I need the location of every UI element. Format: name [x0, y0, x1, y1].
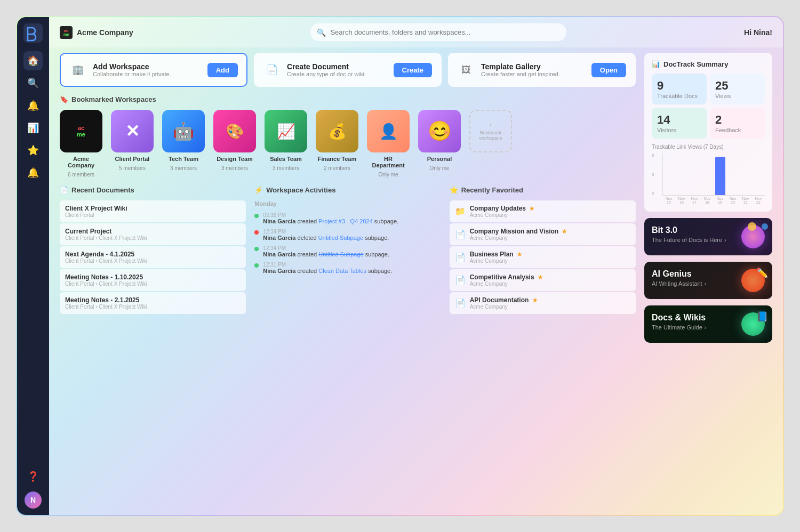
create-document-card[interactable]: 📄 Create Document Create any type of doc… — [254, 53, 442, 87]
activity-item: 12:34 PM Nina Garcia created Untitled Su… — [254, 243, 441, 260]
chart-y-5: 5 — [652, 153, 654, 158]
promo-card-bit30[interactable]: Bit 3.0 The Future of Docs is Here › — [644, 218, 772, 255]
sidebar-star-icon[interactable]: ⭐ — [23, 141, 43, 160]
workspace-name-display[interactable]: acme Acme Company — [60, 26, 133, 39]
right-panel: 📊 DocTrack Summary 9 Trackable Docs 25 V… — [644, 53, 772, 510]
svg-rect-0 — [23, 23, 43, 43]
stat-label-feedback: Feedback — [715, 127, 759, 133]
bottom-sections: 📄 Recent Documents Client X Project Wiki… — [60, 186, 636, 314]
fav-doc-icon: 📄 — [455, 229, 466, 239]
template-gallery-subtitle: Create faster and get inspired. — [481, 71, 585, 77]
workspace-item-tech[interactable]: 🤖 Tech Team 3 members — [162, 110, 205, 178]
chart-label-17: Nov17 — [689, 197, 700, 204]
recent-docs-icon: 📄 — [60, 186, 68, 194]
promo-title-bit30: Bit 3.0 — [652, 225, 765, 235]
stat-trackable-docs: 9 Trackable Docs — [652, 74, 707, 104]
fav-item[interactable]: 📄 API Documentation ★ Acme Company — [450, 292, 636, 314]
activity-link[interactable]: Project #3 - Q4 2024 — [318, 218, 373, 224]
template-gallery-card[interactable]: 🖼 Template Gallery Create faster and get… — [448, 53, 636, 87]
bookmarked-workspaces-section: 🔖 Bookmarked Workspaces — [60, 95, 636, 103]
activities-icon: ⚡ — [254, 186, 263, 194]
create-doc-subtitle: Create any type of doc or wiki. — [287, 71, 387, 77]
promo-card-docs-wikis[interactable]: Docs & Wikis The Ultimate Guide › 📘 — [644, 305, 772, 343]
chart-label-15: Nov15 — [663, 197, 674, 204]
template-gallery-button[interactable]: Open — [591, 63, 626, 77]
workspace-members-tech: 3 members — [170, 165, 197, 171]
fav-doc-icon: 📄 — [455, 275, 466, 285]
promo-card-ai-genius[interactable]: AI Genius AI Writing Assistant › ✏️ — [644, 262, 772, 299]
search-input[interactable] — [310, 23, 566, 41]
action-cards: 🏢 Add Workspace Collaborate or make it p… — [60, 53, 636, 87]
fav-item[interactable]: 📄 Company Mission and Vision ★ Acme Comp… — [450, 223, 636, 245]
workspace-members-finance: 2 members — [324, 165, 350, 171]
add-workspace-button[interactable]: Add — [207, 63, 238, 77]
workspace-name-design: Design Team — [217, 156, 253, 162]
add-workspace-card[interactable]: 🏢 Add Workspace Collaborate or make it p… — [60, 53, 247, 87]
doctrack-title: 📊 DocTrack Summary — [652, 60, 765, 68]
workspace-item-hr[interactable]: 👤 HR Department Only me — [367, 110, 410, 178]
stat-label-trackable: Trackable Docs — [657, 93, 701, 99]
sidebar-help-icon[interactable]: ❓ — [23, 467, 43, 486]
workspace-name-personal: Personal — [427, 156, 452, 162]
stat-num-feedback: 2 — [715, 113, 759, 127]
workspace-thumb-hr: 👤 — [367, 110, 410, 152]
create-doc-button[interactable]: Create — [394, 63, 432, 77]
activity-dot-green — [254, 263, 259, 268]
workspace-item-client-portal[interactable]: ✕ Client Portal 5 members — [111, 110, 154, 178]
fav-item[interactable]: 📁 Company Updates ★ Acme Company — [450, 200, 636, 222]
doc-item[interactable]: Meeting Notes - 2.1.2025 Client Portal ›… — [60, 292, 246, 314]
bookmark-workspace-placeholder[interactable]: + Bookmark workspace — [469, 110, 512, 178]
doc-item[interactable]: Meeting Notes - 1.10.2025 Client Portal … — [60, 269, 246, 291]
user-avatar[interactable]: N — [25, 491, 42, 509]
sidebar-notification-icon[interactable]: 🔔 — [23, 163, 43, 182]
workspace-item-personal[interactable]: 😊 Personal Only me — [418, 110, 461, 178]
workspace-thumb-finance: 💰 — [316, 110, 358, 152]
activity-link[interactable]: Untitled Subpage — [318, 235, 363, 241]
workspace-name-finance: Finance Team — [318, 156, 357, 162]
workspace-item-design[interactable]: 🎨 Design Team 3 members — [213, 110, 256, 178]
doc-item[interactable]: Client X Project Wiki Client Portal — [60, 200, 246, 222]
workspace-members-hr: Only me — [378, 172, 398, 178]
stat-label-visitors: Visitors — [657, 127, 701, 133]
workspace-activities-section: ⚡ Workspace Activities Monday 02:38 PM N… — [254, 186, 441, 314]
sidebar-bell-icon[interactable]: 🔔 — [23, 96, 43, 115]
workspace-thumb-design: 🎨 — [213, 110, 256, 152]
doc-item[interactable]: Current Project Client Portal › Client X… — [60, 223, 246, 245]
fav-doc-icon: 📄 — [455, 298, 466, 308]
workspace-members-sales: 3 members — [273, 165, 299, 171]
chart-wrapper: 5 3 0 — [652, 153, 765, 204]
topbar: acme Acme Company 🔍 Hi Nina! — [49, 17, 783, 47]
fav-item[interactable]: 📄 Competitive Analysis ★ Acme Company — [450, 269, 636, 291]
activity-list: 02:38 PM Nina Garcia created Project #3 … — [254, 210, 441, 276]
chart-bar-nov19 — [715, 157, 726, 195]
activity-link[interactable]: Untitled Subpage — [318, 251, 363, 257]
activity-link[interactable]: Clean Data Tables — [318, 268, 366, 274]
workspace-grid: acme Acme Company 6 members ✕ Client Por… — [60, 110, 636, 178]
add-workspace-icon: 🏢 — [69, 61, 86, 78]
workspace-thumb-personal: 😊 — [418, 110, 461, 152]
activity-dot-red — [254, 230, 259, 235]
stat-views: 25 Views — [710, 74, 765, 104]
app-logo[interactable] — [23, 23, 43, 43]
bookmark-section-label: Bookmarked Workspaces — [71, 95, 156, 103]
doctrack-card: 📊 DocTrack Summary 9 Trackable Docs 25 V… — [644, 53, 772, 212]
workspace-item-sales[interactable]: 📈 Sales Team 3 members — [265, 110, 307, 178]
favorited-icon: ⭐ — [450, 186, 458, 194]
search-bar[interactable]: 🔍 — [155, 23, 723, 41]
workspace-item-acme[interactable]: acme Acme Company 6 members — [60, 110, 102, 178]
chart-area — [662, 153, 765, 196]
sidebar-chart-icon[interactable]: 📊 — [23, 118, 43, 138]
promo-title-ai-genius: AI Genius — [652, 269, 765, 279]
workspace-members-acme: 6 members — [68, 172, 94, 178]
workspace-item-finance[interactable]: 💰 Finance Team 2 members — [316, 110, 358, 178]
promo-sub-docs-wikis: The Ultimate Guide › — [652, 324, 765, 331]
doc-item[interactable]: Next Agenda - 4.1.2025 Client Portal › C… — [60, 246, 246, 268]
fav-item[interactable]: 📄 Business Plan ★ Acme Company — [450, 246, 636, 268]
content-area: 🏢 Add Workspace Collaborate or make it p… — [49, 47, 783, 515]
sidebar-home-icon[interactable]: 🏠 — [23, 51, 43, 70]
workspace-name-sales: Sales Team — [270, 156, 302, 162]
sidebar-search-icon[interactable]: 🔍 — [23, 74, 43, 93]
chart-label-18: Nov18 — [702, 197, 713, 204]
bookmark-section-icon: 🔖 — [60, 95, 68, 103]
workspace-thumb-tech: 🤖 — [162, 110, 205, 152]
